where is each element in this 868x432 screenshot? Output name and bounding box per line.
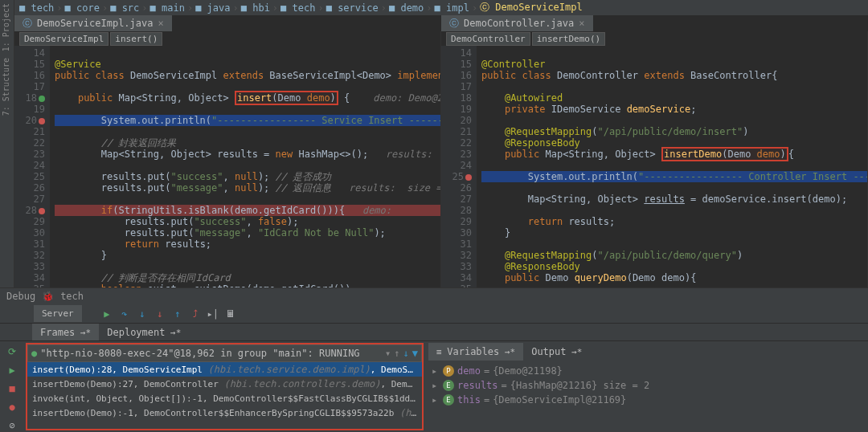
close-icon[interactable]: × <box>158 18 164 29</box>
gutter-left[interactable]: 1415161718192021222324252627282930313233… <box>14 46 50 287</box>
tab-label: DemoServiceImpl.java <box>37 18 154 29</box>
stack-frame[interactable]: insert(Demo):28, DemoServiceImpl (hbi.te… <box>27 362 422 377</box>
dropdown-icon[interactable]: ▾ <box>385 348 391 359</box>
thread-selector[interactable]: ● "http-nio-8080-exec-24"@18,962 in grou… <box>27 344 422 362</box>
source-right[interactable]: @Controllerpublic class DemoController e… <box>477 46 867 287</box>
evaluate-icon[interactable]: 🖩 <box>223 307 238 321</box>
tab-label: DemoController.java <box>464 18 574 29</box>
resume-icon[interactable]: ▶ <box>100 307 114 321</box>
drop-frame-icon[interactable]: ⤴ <box>188 307 203 321</box>
server-tab[interactable]: Server <box>34 305 82 322</box>
editor-left: DemoServiceImpl insert() 141516171819202… <box>14 31 441 287</box>
source-left[interactable]: @Servicepublic class DemoServiceImpl ext… <box>50 46 440 287</box>
structure-tool[interactable]: 7: Structure <box>0 55 12 119</box>
nav-method[interactable]: insertDemo() <box>532 32 605 46</box>
next-frame-icon[interactable]: ↓ <box>403 348 409 359</box>
frames-list[interactable]: insert(Demo):28, DemoServiceImpl (hbi.te… <box>27 362 422 429</box>
run-to-cursor-icon[interactable]: ▸| <box>206 307 220 321</box>
close-icon[interactable]: × <box>579 18 584 29</box>
debug-panel: Debug 🐞 tech Server ▶ ↷ ↓ ↓ ↑ ⤴ ▸| 🖩 Fra… <box>0 287 868 432</box>
stack-frame[interactable]: invoke(int, Object, Object[]):-1, DemoCo… <box>27 391 422 406</box>
view-breakpoints-icon[interactable]: ● <box>5 400 19 414</box>
nav-class[interactable]: DemoServiceImpl <box>19 32 108 46</box>
stack-frame[interactable]: insertDemo(Demo):27, DemoController (hbi… <box>27 377 422 391</box>
frames-tab[interactable]: Frames →* <box>32 324 99 340</box>
variable-row[interactable]: ▸Eresults = {HashMap@21216} size = 2 <box>432 378 862 393</box>
bug-icon: 🐞 <box>42 291 54 302</box>
nav-class[interactable]: DemoController <box>446 32 530 46</box>
stack-frame[interactable]: insertDemo(Demo):-1, DemoController$$Enh… <box>27 406 422 420</box>
step-over-icon[interactable]: ↷ <box>117 307 132 321</box>
editor-right: DemoController insertDemo() 141516171819… <box>441 31 868 287</box>
debug-left-toolbar: ⟳ ▶ ■ ● ⊘ <box>0 341 24 432</box>
force-step-into-icon[interactable]: ↓ <box>153 307 167 321</box>
tab-demoserviceimpl[interactable]: ⓒ DemoServiceImpl.java × <box>14 15 173 31</box>
step-into-icon[interactable]: ↓ <box>135 307 149 321</box>
debug-process: tech <box>60 291 84 302</box>
prev-frame-icon[interactable]: ↑ <box>394 348 399 359</box>
deployment-tab[interactable]: Deployment →* <box>99 324 189 340</box>
variables-tab[interactable]: ≡ Variables →* <box>428 343 523 361</box>
nav-method[interactable]: insert() <box>110 32 162 46</box>
mute-breakpoints-icon[interactable]: ⊘ <box>5 418 19 432</box>
thread-status-icon: ● <box>31 348 37 359</box>
tab-democontroller[interactable]: ⓒ DemoController.java × <box>441 15 594 31</box>
thread-name: "http-nio-8080-exec-24"@18,962 in group … <box>40 348 382 359</box>
project-tool[interactable]: 1: Project <box>0 0 12 55</box>
frames-panel: ● "http-nio-8080-exec-24"@18,962 in grou… <box>26 343 424 430</box>
variables-panel: ≡ Variables →* Output →* ▸Pdemo = {Demo@… <box>428 343 865 430</box>
breadcrumb: ■ tech› ■ core› ■ src› ■ main› ■ java› ■… <box>14 0 868 15</box>
variable-row[interactable]: ▸Pdemo = {Demo@21198} <box>432 364 862 378</box>
stop-icon[interactable]: ■ <box>5 381 19 395</box>
variable-row[interactable]: ▸Ethis = {DemoServiceImpl@21169} <box>432 393 862 407</box>
resume-program-icon[interactable]: ▶ <box>5 363 19 377</box>
step-out-icon[interactable]: ↑ <box>170 307 185 321</box>
variables-list[interactable]: ▸Pdemo = {Demo@21198}▸Eresults = {HashMa… <box>428 361 865 410</box>
filter-icon[interactable]: ▼ <box>412 348 418 359</box>
debug-title: Debug <box>6 291 35 302</box>
gutter-right[interactable]: 1415161718192021222324252627282930313233… <box>441 46 477 287</box>
rerun-icon[interactable]: ⟳ <box>5 344 19 358</box>
output-tab[interactable]: Output →* <box>523 343 590 361</box>
